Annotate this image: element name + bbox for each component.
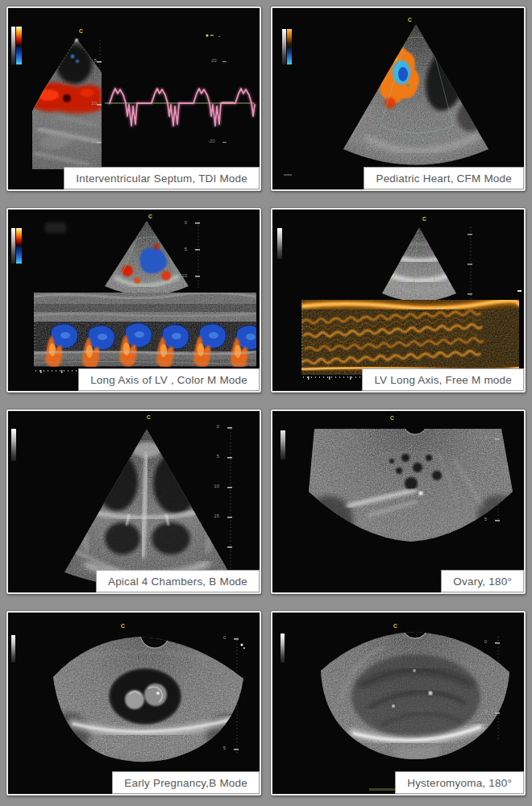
color-m-sonogram-image bbox=[8, 210, 260, 391]
orientation-marker: C bbox=[147, 415, 151, 421]
orientation-marker: C bbox=[148, 214, 152, 220]
color-m-strip bbox=[34, 293, 260, 369]
depth-label: 10 bbox=[176, 273, 187, 278]
cfm-sonogram-image bbox=[272, 8, 524, 189]
depth-label: 10 bbox=[208, 484, 219, 488]
orientation-marker: C bbox=[390, 416, 394, 422]
velocity-scale-label: -20 bbox=[208, 139, 215, 143]
depth-label: 15 bbox=[208, 513, 219, 518]
grayscale-bar bbox=[277, 228, 282, 259]
doppler-color-bar bbox=[16, 228, 22, 264]
depth-label: 5 bbox=[214, 746, 226, 750]
depth-label: 5 bbox=[476, 517, 487, 521]
myoma-mass bbox=[351, 654, 480, 738]
caption: Apical 4 Chambers, B Mode bbox=[96, 570, 260, 592]
depth-label: 15 bbox=[85, 139, 97, 143]
m-mode-strip bbox=[301, 300, 519, 375]
free-m-sonogram-image bbox=[272, 210, 524, 391]
tdi-sonogram-image bbox=[8, 8, 260, 189]
panel-early-pregnancy-b-mode: C 0 5 Early Pregnancy,B Mode bbox=[6, 611, 261, 796]
panel-interventricular-septum-tdi: C 5 10 15 20 -20 Interventricular Septum… bbox=[6, 6, 261, 191]
doppler-color-bar bbox=[16, 27, 22, 64]
grayscale-bar bbox=[11, 635, 15, 663]
velocity-scale-label: 20 bbox=[211, 58, 217, 63]
grayscale-bar bbox=[11, 228, 15, 264]
depth-label: 0 bbox=[176, 220, 187, 225]
brochure-page: C 5 10 15 20 -20 Interventricular Septum… bbox=[0, 0, 532, 806]
caption: LV Long Axis, Free M mode bbox=[362, 368, 524, 391]
caption: Pediatric Heart, CFM Mode bbox=[364, 167, 524, 189]
depth-label: 5 bbox=[85, 58, 97, 63]
orientation-marker: C bbox=[79, 29, 83, 35]
grayscale-bar bbox=[281, 634, 285, 663]
grayscale-bar bbox=[11, 27, 15, 64]
panel-lv-color-m-mode: C 0 5 10 Long Axis of LV , Color M Mode bbox=[6, 208, 261, 393]
panel-lv-free-m-mode: C LV Long Axis, Free M mode bbox=[271, 208, 526, 393]
doppler-color-bar bbox=[287, 29, 292, 64]
grayscale-bar bbox=[282, 29, 286, 64]
depth-label: 0 bbox=[214, 635, 226, 640]
grayscale-bar bbox=[11, 429, 16, 461]
depth-label: 5 bbox=[476, 709, 487, 714]
depth-label: 0 bbox=[208, 424, 219, 429]
panel-pediatric-heart-cfm: C Pediatric Heart, CFM Mode bbox=[271, 6, 526, 191]
gestational-sac bbox=[109, 668, 181, 725]
depth-label: 0 bbox=[476, 435, 487, 440]
orientation-marker: C bbox=[408, 18, 412, 23]
depth-label: 10 bbox=[85, 101, 97, 106]
grayscale-bar bbox=[281, 430, 285, 459]
caption: Early Pregnancy,B Mode bbox=[112, 771, 260, 794]
depth-label: 5 bbox=[208, 454, 219, 459]
panel-apical-4-chambers-b-mode: C 0 5 10 15 Apical 4 Chambers, B Mode bbox=[6, 409, 261, 594]
panel-ovary-180: C 0 5 Ovary, 180° bbox=[271, 409, 526, 594]
depth-label: 0 bbox=[476, 639, 487, 644]
depth-label: 5 bbox=[176, 247, 187, 251]
orientation-marker: C bbox=[393, 624, 397, 629]
caption: Hysteromyoma, 180° bbox=[395, 771, 524, 794]
caption: Ovary, 180° bbox=[441, 570, 524, 592]
panel-hysteromyoma-180: C 0 5 Hysteromyoma, 180° bbox=[271, 611, 526, 796]
caption: Long Axis of LV , Color M Mode bbox=[78, 368, 260, 391]
orientation-marker: C bbox=[422, 217, 426, 222]
b-mode-sonogram-image bbox=[8, 411, 260, 592]
caption: Interventricular Septum, TDI Mode bbox=[64, 167, 260, 189]
orientation-marker: C bbox=[121, 624, 125, 629]
